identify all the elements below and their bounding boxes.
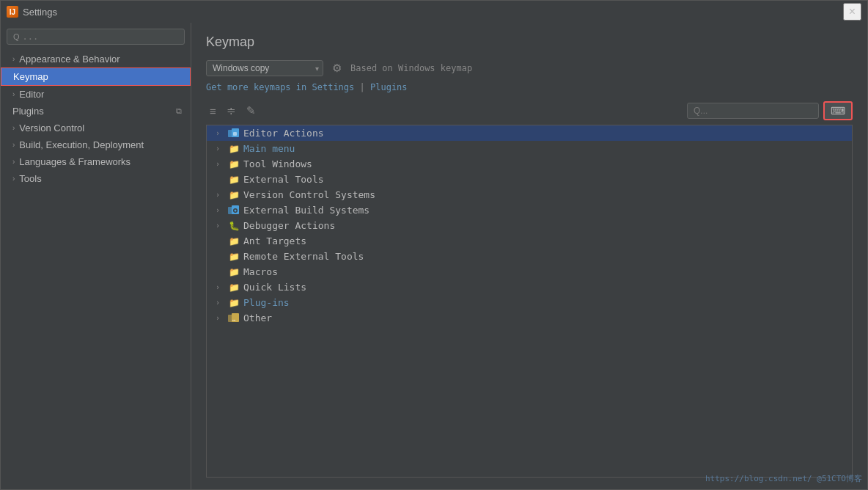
tree-item-plug-ins[interactable]: › 📁 Plug-ins [207,295,852,310]
chevron-icon: › [12,141,15,149]
sidebar-item-label: Keymap [13,71,48,82]
chevron-right-icon: › [216,206,224,214]
chevron-icon: › [12,124,15,132]
spacer: › [216,175,224,183]
tree-item-label: External Build Systems [243,205,369,216]
tree-item-version-control-systems[interactable]: › 📁 Version Control Systems [207,187,852,202]
title-bar: IJ Settings × [1,1,867,23]
tree-item-label: Remote External Tools [243,251,364,262]
tree-item-editor-actions[interactable]: › Editor Actions [207,125,852,141]
sidebar-item-label: Version Control [19,122,84,134]
tree-item-label: Other [243,312,272,323]
tree-item-label: Version Control Systems [243,189,375,200]
tree-item-label: Quick Lists [243,282,306,293]
chevron-icon: › [12,90,15,98]
folder-icon: 📁 [228,267,240,277]
title-bar-left: IJ Settings [7,6,57,18]
sidebar-search-input[interactable] [23,32,178,42]
sidebar-item-label: Plugins [12,106,44,117]
plugins-link[interactable]: Plugins [370,82,408,92]
tree-item-quick-lists[interactable]: › 📁 Quick Lists [207,279,852,295]
sidebar-item-label: Languages & Frameworks [19,156,130,167]
svg-point-6 [235,209,237,211]
folder-icon: 📁 [228,236,240,246]
tree-item-label: Debugger Actions [243,220,335,231]
chevron-right-icon: › [216,222,224,230]
tree-item-label: External Tools [243,174,324,185]
chevron-right-icon: › [216,145,224,153]
folder-icon: 📁 [228,282,240,293]
keymap-controls: Windows copy Windows Mac OS X Default ▾ … [206,60,853,76]
tree-item-main-menu[interactable]: › 📁 Main menu [207,141,852,156]
tree-search-wrapper: ⌨ [687,101,853,120]
copy-icon: ⧉ [176,106,182,116]
links-row: Get more keymaps in Settings | Plugins [206,82,853,92]
chevron-right-icon: › [216,314,224,322]
tree-item-external-tools[interactable]: › 📁 External Tools [207,172,852,187]
tree-item-external-build[interactable]: › External Build Systems [207,202,852,218]
gear-button[interactable]: ⚙ [331,60,343,76]
search-icon: Q [13,32,20,41]
keymap-tree[interactable]: › Editor Actions › 📁 Main menu › 📁 To [206,125,853,478]
find-shortcut-icon: ⌨ [831,105,845,117]
get-more-keymaps-link[interactable]: Get more keymaps in Settings [206,82,354,92]
folder-icon [228,205,240,216]
sidebar-item-keymap[interactable]: Keymap [1,67,191,86]
folder-icon: 📁 [228,298,240,308]
window-title: Settings [23,7,57,18]
content-area: Q › Appearance & Behavior Keymap › Edito… [1,23,867,489]
sidebar-item-label: Build, Execution, Deployment [19,139,144,150]
close-button[interactable]: × [843,3,861,21]
sidebar-item-build[interactable]: › Build, Execution, Deployment [1,136,191,153]
tree-item-debugger-actions[interactable]: › 🐛 Debugger Actions [207,218,852,233]
tree-item-label: Macros [243,266,278,277]
tree-item-label: Editor Actions [243,128,324,139]
tree-item-remote-external[interactable]: › 📁 Remote External Tools [207,249,852,264]
chevron-right-icon: › [216,129,224,137]
sidebar-item-label: Appearance & Behavior [19,54,119,65]
collapse-all-button[interactable]: ≑ [223,103,240,119]
sidebar: Q › Appearance & Behavior Keymap › Edito… [1,23,191,489]
main-panel: Keymap Windows copy Windows Mac OS X Def… [191,23,867,489]
sidebar-item-tools[interactable]: › Tools [1,170,191,187]
based-on-label: Based on Windows keymap [350,63,472,73]
sidebar-search-wrapper[interactable]: Q [7,29,185,45]
keymap-select[interactable]: Windows copy Windows Mac OS X Default [206,60,323,76]
chevron-right-icon: › [216,299,224,307]
folder-icon: 📁 [228,190,240,200]
tree-item-label: Main menu [243,143,295,154]
expand-all-button[interactable]: ≡ [206,103,220,119]
debugger-icon: 🐛 [228,221,240,231]
tree-toolbar: ≡ ≑ ✎ ⌨ [206,101,853,120]
edit-button[interactable]: ✎ [243,103,260,119]
sidebar-item-appearance[interactable]: › Appearance & Behavior [1,51,191,67]
folder-icon: 📁 [228,175,240,185]
sidebar-item-plugins[interactable]: Plugins ⧉ [1,103,191,120]
tree-item-label: Ant Targets [243,235,306,246]
spacer: › [216,268,224,276]
folder-icon: 📁 [228,144,240,154]
chevron-right-icon: › [216,283,224,291]
sidebar-item-editor[interactable]: › Editor [1,86,191,103]
find-shortcut-button[interactable]: ⌨ [823,101,853,120]
chevron-icon: › [12,175,15,183]
folder-icon: 📁 [228,159,240,169]
settings-window: IJ Settings × Q › Appearance & Behavior … [0,0,868,490]
tree-search-input[interactable] [687,103,819,119]
tree-item-tool-windows[interactable]: › 📁 Tool Windows [207,156,852,172]
chevron-right-icon: › [216,160,224,168]
tree-item-macros[interactable]: › 📁 Macros [207,264,852,279]
tree-item-ant-targets[interactable]: › 📁 Ant Targets [207,233,852,249]
spacer: › [216,252,224,260]
folder-icon: … [228,313,240,323]
tree-item-other[interactable]: › … Other [207,310,852,326]
svg-rect-2 [233,132,237,136]
panel-title: Keymap [206,34,853,50]
sidebar-item-languages[interactable]: › Languages & Frameworks [1,153,191,170]
tree-item-label: Tool Windows [243,158,312,169]
chevron-right-icon: › [216,191,224,199]
sidebar-item-version-control[interactable]: › Version Control [1,120,191,136]
tree-toolbar-left: ≡ ≑ ✎ [206,103,260,119]
svg-text:…: … [232,316,235,322]
separator: | [360,82,370,92]
